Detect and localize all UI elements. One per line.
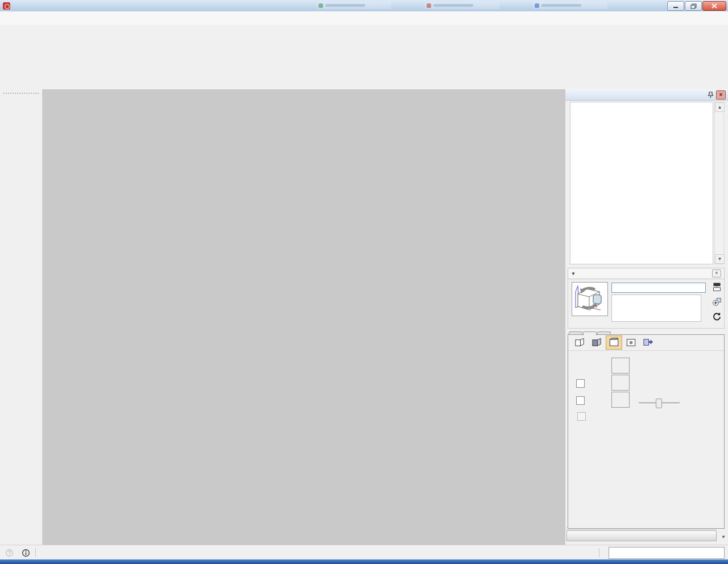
background-window-tabs [304, 1, 646, 10]
status-bar [0, 545, 728, 560]
collapse-triangle-icon[interactable]: ▼ [571, 271, 576, 276]
ground-checkbox[interactable] [576, 396, 585, 405]
update-style-icon[interactable] [712, 311, 722, 322]
styles-panel-header[interactable]: ▼ × [568, 268, 725, 279]
modeling-settings-icon[interactable] [640, 335, 656, 350]
title-bar [0, 0, 728, 12]
instructor-panel [570, 102, 713, 264]
sketchup-logo-icon [3, 2, 10, 10]
large-tool-set [0, 89, 43, 545]
toolbar-standard [0, 25, 728, 47]
measurements-input[interactable] [609, 547, 725, 559]
sky-checkbox[interactable] [576, 379, 585, 388]
tab-select[interactable] [569, 331, 582, 334]
palette-grip[interactable] [3, 93, 39, 97]
watermark-settings-icon[interactable] [623, 335, 639, 350]
instructor-scrollbar[interactable]: ▲ ▼ [714, 102, 724, 264]
style-name-input[interactable] [611, 283, 706, 293]
create-style-icon[interactable] [712, 296, 722, 307]
scroll-down-icon[interactable]: ▼ [715, 254, 725, 264]
sky-swatch[interactable] [611, 375, 630, 391]
model-stone-wall[interactable] [43, 89, 565, 545]
show-ground-checkbox[interactable] [577, 412, 586, 421]
styles-tabs [568, 331, 725, 334]
background-swatch[interactable] [611, 358, 630, 374]
default-tray: × ▲ ▼ ▼ × [565, 89, 728, 545]
menu-bar [0, 11, 728, 26]
face-settings-icon[interactable] [589, 335, 605, 350]
tray-overflow-arrow-icon[interactable]: ▼ [721, 534, 726, 540]
scroll-up-icon[interactable]: ▲ [715, 102, 725, 112]
tab-edit[interactable] [583, 331, 597, 335]
pin-icon[interactable] [706, 91, 715, 99]
minimize-button[interactable] [667, 1, 684, 11]
styles-close-icon[interactable]: × [712, 269, 721, 277]
ground-swatch[interactable] [611, 392, 630, 408]
geolocation-icon[interactable] [5, 548, 14, 558]
edit-tab-panel [568, 334, 725, 529]
style-thumbnail[interactable] [572, 282, 608, 316]
styles-panel: ▼ × [568, 268, 725, 529]
restore-button[interactable] [685, 1, 702, 11]
toolbar-getting-started [0, 67, 728, 90]
background-settings-icon[interactable] [606, 335, 622, 350]
toolbar-camera-draw [0, 46, 728, 68]
edit-sub-toolbar [568, 335, 724, 351]
tab-mix[interactable] [597, 331, 611, 334]
windows-taskbar[interactable] [0, 559, 728, 564]
viewport-3d[interactable] [43, 89, 565, 545]
close-button[interactable] [702, 1, 726, 11]
styles-body [568, 279, 725, 329]
style-description[interactable] [611, 295, 701, 322]
secondary-pane-icon[interactable] [712, 281, 722, 292]
collapsed-panel-bar[interactable] [566, 530, 717, 541]
edge-settings-icon[interactable] [572, 335, 588, 350]
tray-close-icon[interactable]: × [716, 90, 726, 99]
tray-header[interactable]: × [565, 89, 728, 101]
transparency-slider-thumb[interactable] [656, 399, 662, 408]
credits-info-icon[interactable] [21, 548, 31, 558]
